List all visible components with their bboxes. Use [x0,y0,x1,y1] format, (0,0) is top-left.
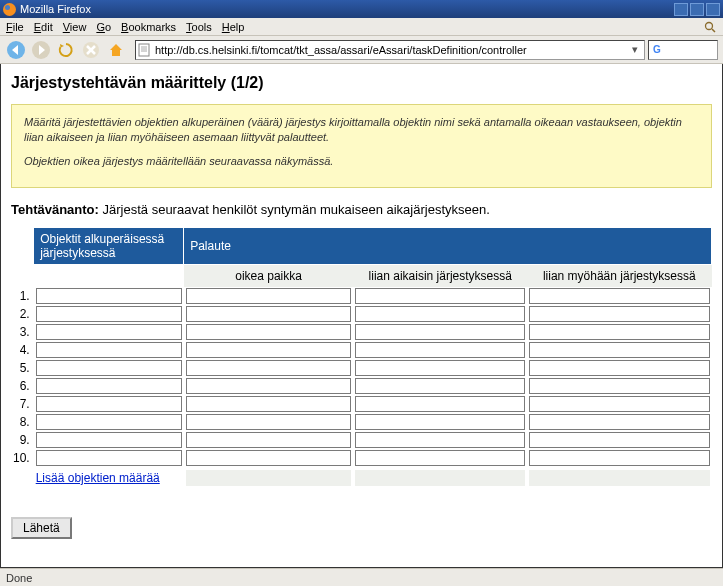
object-input[interactable] [36,324,182,340]
home-button[interactable] [105,39,127,61]
feedback-early-input[interactable] [355,306,525,322]
menu-view[interactable]: View [63,21,87,33]
menu-bookmarks[interactable]: Bookmarks [121,21,176,33]
object-input[interactable] [36,378,182,394]
feedback-early-input[interactable] [355,324,525,340]
status-bar: Done [0,568,723,586]
stop-button[interactable] [80,39,102,61]
menu-go[interactable]: Go [96,21,111,33]
feedback-early-input[interactable] [355,288,525,304]
url-dropdown-icon[interactable]: ▾ [628,43,642,56]
menu-bar: File Edit View Go Bookmarks Tools Help [0,18,723,36]
menu-edit[interactable]: Edit [34,21,53,33]
ordering-table: Objektit alkuperäisessä järjestyksessä P… [11,227,712,489]
feedback-early-input[interactable] [355,396,525,412]
feedback-late-input[interactable] [529,378,709,394]
col-feedback: Palaute [184,228,712,265]
feedback-late-input[interactable] [529,414,709,430]
svg-line-1 [712,29,715,32]
row-number: 4. [11,341,34,359]
url-bar[interactable]: ▾ [135,40,645,60]
row-number: 10. [11,449,34,467]
object-input[interactable] [36,396,182,412]
feedback-late-input[interactable] [529,342,709,358]
feedback-late-input[interactable] [529,432,709,448]
status-text: Done [6,572,32,584]
table-row: 10. [11,449,712,467]
notice-line-2: Objektien oikea järjestys määritellään s… [24,154,699,169]
col-objects: Objektit alkuperäisessä järjestyksessä [34,228,184,265]
row-number: 1. [11,287,34,305]
row-number: 9. [11,431,34,449]
feedback-early-input[interactable] [355,450,525,466]
subcol-late: liian myöhään järjestyksessä [527,265,711,288]
feedback-correct-input[interactable] [186,396,352,412]
search-box[interactable]: G [648,40,718,60]
menu-file[interactable]: File [6,21,24,33]
object-input[interactable] [36,432,182,448]
row-number: 7. [11,395,34,413]
row-number: 5. [11,359,34,377]
object-input[interactable] [36,360,182,376]
table-row: 4. [11,341,712,359]
object-input[interactable] [36,306,182,322]
feedback-early-input[interactable] [355,360,525,376]
page-title: Järjestystehtävän määrittely (1/2) [11,74,712,92]
feedback-late-input[interactable] [529,306,709,322]
table-row: 1. [11,287,712,305]
feedback-late-input[interactable] [529,450,709,466]
table-row: 8. [11,413,712,431]
object-input[interactable] [36,450,182,466]
feedback-correct-input[interactable] [186,414,352,430]
menu-help[interactable]: Help [222,21,245,33]
feedback-early-input[interactable] [355,432,525,448]
subcol-correct: oikea paikka [184,265,354,288]
svg-text:G: G [653,44,661,55]
subcol-early: liian aikaisin järjestyksessä [353,265,527,288]
menu-tools[interactable]: Tools [186,21,212,33]
object-input[interactable] [36,342,182,358]
task-text: Järjestä seuraavat henkilöt syntymän muk… [103,202,490,217]
submit-button[interactable]: Lähetä [11,517,72,539]
table-row: 2. [11,305,712,323]
feedback-correct-input[interactable] [186,378,352,394]
back-button[interactable] [5,39,27,61]
row-number: 8. [11,413,34,431]
firefox-icon [3,3,16,16]
search-icon[interactable] [703,20,717,34]
feedback-early-input[interactable] [355,342,525,358]
feedback-correct-input[interactable] [186,360,352,376]
page-icon [138,43,152,57]
feedback-correct-input[interactable] [186,324,352,340]
object-input[interactable] [36,414,182,430]
close-button[interactable] [706,3,720,16]
table-row: 5. [11,359,712,377]
forward-button[interactable] [30,39,52,61]
table-row: 7. [11,395,712,413]
window-title: Mozilla Firefox [20,3,91,15]
feedback-late-input[interactable] [529,360,709,376]
google-icon: G [652,43,666,57]
minimize-button[interactable] [674,3,688,16]
feedback-correct-input[interactable] [186,288,352,304]
feedback-late-input[interactable] [529,396,709,412]
table-row: 6. [11,377,712,395]
object-input[interactable] [36,288,182,304]
feedback-correct-input[interactable] [186,306,352,322]
add-objects-link[interactable]: Lisää objektien määrää [36,471,160,485]
feedback-correct-input[interactable] [186,450,352,466]
row-number: 6. [11,377,34,395]
feedback-early-input[interactable] [355,414,525,430]
svg-rect-7 [139,44,149,56]
feedback-correct-input[interactable] [186,432,352,448]
notice-box: Määritä järjestettävien objektien alkupe… [11,104,712,188]
feedback-late-input[interactable] [529,324,709,340]
feedback-late-input[interactable] [529,288,709,304]
feedback-correct-input[interactable] [186,342,352,358]
maximize-button[interactable] [690,3,704,16]
window-controls [674,3,720,16]
task-label: Tehtävänanto: [11,202,99,217]
reload-button[interactable] [55,39,77,61]
feedback-early-input[interactable] [355,378,525,394]
url-input[interactable] [155,44,628,56]
